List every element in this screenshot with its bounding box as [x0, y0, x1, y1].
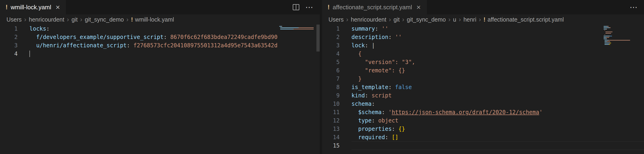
chevron-right-icon: ›	[346, 16, 348, 23]
scrollbar-thumb[interactable]	[316, 24, 320, 52]
code-line[interactable]: lock: |	[352, 41, 644, 50]
code-line[interactable]: is_template: false	[352, 83, 644, 92]
text-cursor	[30, 50, 30, 57]
line-number: 6	[322, 66, 340, 75]
line-number: 2	[0, 33, 18, 41]
code-line[interactable]: description: ''	[352, 33, 644, 41]
chevron-right-icon: ›	[80, 16, 82, 23]
line-number: 13	[322, 125, 340, 133]
line-number: 4	[322, 50, 340, 58]
chevron-right-icon: ›	[24, 16, 26, 23]
breadcrumb-item[interactable]: henricourdent	[351, 16, 386, 23]
more-actions-icon[interactable]: ⋯	[630, 3, 638, 11]
line-number: 1	[0, 24, 18, 33]
chevron-right-icon: ›	[389, 16, 391, 23]
tab-bar-left: ! wmill-lock.yaml × ⋯	[0, 0, 320, 14]
editor-group-right: ! affectionate_script.script.yaml × ⋯ Us…	[322, 0, 644, 154]
breadcrumb-item[interactable]: henri	[464, 16, 476, 23]
tab-bar-right: ! affectionate_script.script.yaml × ⋯	[322, 0, 644, 14]
code-line[interactable]: kind: script	[352, 92, 644, 100]
minimap[interactable]	[279, 24, 316, 31]
breadcrumb-item[interactable]: git	[394, 16, 400, 23]
breadcrumb-item[interactable]: git_sync_demo	[85, 16, 124, 23]
code-line[interactable]: u/henri/affectionate_script: f2768573cfc…	[30, 41, 320, 50]
line-number: 4	[0, 50, 18, 58]
minimap-line	[279, 30, 316, 31]
tab-affectionate-script-yaml[interactable]: ! affectionate_script.script.yaml ×	[322, 0, 427, 14]
code-line[interactable]: {	[352, 50, 644, 58]
file-warning-icon: !	[131, 16, 133, 23]
breadcrumb-item[interactable]: Users	[6, 16, 22, 23]
breadcrumb-item[interactable]: git_sync_demo	[407, 16, 446, 23]
line-number: 5	[322, 58, 340, 66]
breadcrumb-item[interactable]: Users	[328, 16, 344, 23]
code-area[interactable]: locks: f/developers_example/supportive_s…	[30, 24, 320, 58]
tab-wmill-lock-yaml[interactable]: ! wmill-lock.yaml ×	[0, 0, 66, 14]
breadcrumb-left: Users›henricourdent›git›git_sync_demo›!w…	[0, 14, 320, 24]
breadcrumb-item[interactable]: u	[453, 16, 456, 23]
tab-label: wmill-lock.yaml	[11, 4, 51, 11]
breadcrumb-file[interactable]: wmill-lock.yaml	[135, 16, 174, 23]
chevron-right-icon: ›	[67, 16, 69, 23]
chevron-right-icon: ›	[402, 16, 404, 23]
editor-right[interactable]: 123456789101112131415 summary: ''descrip…	[322, 24, 644, 154]
code-area[interactable]: summary: ''description: ''lock: | { "ver…	[352, 24, 644, 150]
line-number: 3	[322, 41, 340, 50]
line-number: 11	[322, 108, 340, 116]
code-line[interactable]: required: []	[352, 133, 644, 142]
split-editor-icon[interactable]	[293, 4, 299, 10]
line-number: 12	[322, 116, 340, 125]
code-line[interactable]: }	[352, 75, 644, 83]
close-icon[interactable]: ×	[56, 4, 60, 11]
more-actions-icon[interactable]: ⋯	[305, 3, 313, 11]
close-icon[interactable]: ×	[416, 4, 421, 11]
line-number-gutter: 1234	[0, 24, 18, 58]
tab-actions-left: ⋯	[293, 0, 320, 14]
code-line[interactable]: $schema: 'https://json-schema.org/draft/…	[352, 108, 644, 116]
editor-split-sash[interactable]	[320, 0, 322, 154]
line-number: 3	[0, 41, 18, 50]
tab-label: affectionate_script.script.yaml	[333, 4, 412, 11]
line-number: 1	[322, 24, 340, 33]
code-line[interactable]: locks:	[30, 24, 320, 33]
code-line[interactable]	[352, 142, 644, 150]
file-warning-icon: !	[6, 4, 8, 11]
editor-left[interactable]: 1234 locks: f/developers_example/support…	[0, 24, 320, 154]
code-line[interactable]: summary: ''	[352, 24, 644, 33]
code-line[interactable]: type: object	[352, 116, 644, 125]
minimap[interactable]	[604, 24, 641, 46]
minimap-line	[604, 45, 641, 46]
tab-actions-right: ⋯	[630, 0, 644, 14]
line-number: 7	[322, 75, 340, 83]
breadcrumb-item[interactable]: henricourdent	[29, 16, 64, 23]
code-line[interactable]: "remote": {}	[352, 66, 644, 75]
code-line[interactable]: schema:	[352, 100, 644, 108]
line-number: 2	[322, 33, 340, 41]
code-line[interactable]: properties: {}	[352, 125, 644, 133]
code-line[interactable]: "version": "3",	[352, 58, 644, 66]
breadcrumb-file[interactable]: affectionate_script.script.yaml	[488, 16, 564, 23]
chevron-right-icon: ›	[459, 16, 461, 23]
chevron-right-icon: ›	[479, 16, 481, 23]
line-number: 15	[322, 142, 340, 150]
line-number-gutter: 123456789101112131415	[322, 24, 340, 150]
breadcrumb-item[interactable]: git	[72, 16, 78, 23]
file-warning-icon: !	[328, 4, 330, 11]
breadcrumb-right: Users›henricourdent›git›git_sync_demo›u›…	[322, 14, 644, 24]
chevron-right-icon: ›	[126, 16, 128, 23]
file-warning-icon: !	[484, 16, 485, 23]
line-number: 9	[322, 92, 340, 100]
code-line[interactable]: f/developers_example/supportive_script: …	[30, 33, 320, 41]
code-line[interactable]	[30, 50, 320, 58]
editor-group-left: ! wmill-lock.yaml × ⋯ Users›henricourden…	[0, 0, 320, 154]
line-number: 14	[322, 133, 340, 142]
line-number: 8	[322, 83, 340, 92]
line-number: 10	[322, 100, 340, 108]
chevron-right-icon: ›	[448, 16, 450, 23]
